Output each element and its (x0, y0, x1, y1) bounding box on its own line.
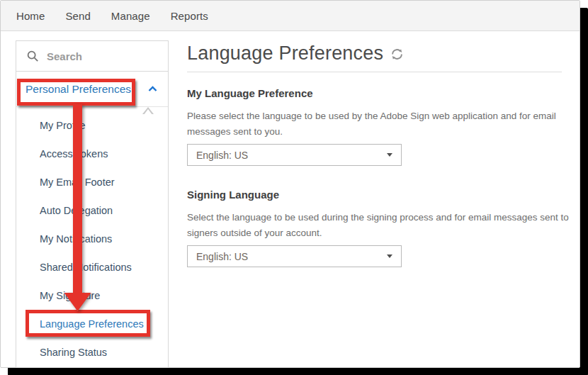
sidebar-section-personal-preferences[interactable]: Personal Preferences (16, 72, 168, 107)
my-language-select[interactable]: English: US (187, 144, 402, 166)
refresh-icon[interactable] (391, 48, 403, 60)
sidebar-item-shared-notifications[interactable]: Shared Notifications (16, 253, 168, 281)
section-heading: My Language Preference (187, 87, 562, 99)
nav-item-manage[interactable]: Manage (111, 10, 150, 22)
search-icon (26, 50, 39, 62)
select-value: English: US (196, 251, 387, 262)
sidebar-item-my-profile[interactable]: My Profile (16, 111, 168, 140)
section-my-language-preference: My Language Preference Please select the… (187, 87, 562, 166)
sidebar-item-my-signature[interactable]: My Signature (16, 281, 168, 310)
sidebar-item-my-notifications[interactable]: My Notifications (16, 225, 168, 253)
signing-language-select[interactable]: English: US (187, 245, 402, 267)
chevron-up-icon[interactable] (148, 86, 157, 92)
section-description: Please select the language to be used by… (187, 108, 575, 139)
nav-item-send[interactable]: Send (65, 10, 90, 22)
search-input[interactable]: Search (16, 41, 168, 72)
section-heading: Signing Language (187, 189, 562, 201)
sidebar-item-my-email-footer[interactable]: My Email Footer (16, 168, 168, 196)
caret-down-icon (387, 254, 392, 258)
sidebar-item-access-tokens[interactable]: Access Tokens (16, 140, 168, 168)
search-placeholder: Search (47, 50, 82, 62)
nav-item-home[interactable]: Home (16, 10, 45, 22)
sidebar-menu: My Profile Access Tokens My Email Footer… (16, 107, 168, 366)
sidebar-item-sharing-status[interactable]: Sharing Status (16, 338, 168, 366)
sidebar-item-auto-delegation[interactable]: Auto Delegation (16, 196, 168, 225)
section-description: Select the language to be used during th… (187, 210, 575, 240)
section-signing-language: Signing Language Select the language to … (187, 189, 562, 267)
sidebar-item-language-preferences[interactable]: Language Preferences (16, 310, 168, 338)
title-divider (187, 72, 562, 72)
select-value: English: US (196, 150, 387, 161)
app-window: Home Send Manage Reports Search Personal… (0, 0, 580, 368)
top-nav: Home Send Manage Reports (1, 1, 579, 31)
section-caret-notch-fill (144, 109, 152, 115)
page-title: Language Preferences (187, 41, 383, 65)
section-header-label: Personal Preferences (26, 83, 131, 96)
settings-sidebar: Search Personal Preferences My Profile A… (16, 40, 169, 368)
main-content: Language Preferences My Language Prefere… (187, 41, 562, 267)
nav-item-reports[interactable]: Reports (171, 10, 208, 22)
caret-down-icon (387, 153, 392, 157)
